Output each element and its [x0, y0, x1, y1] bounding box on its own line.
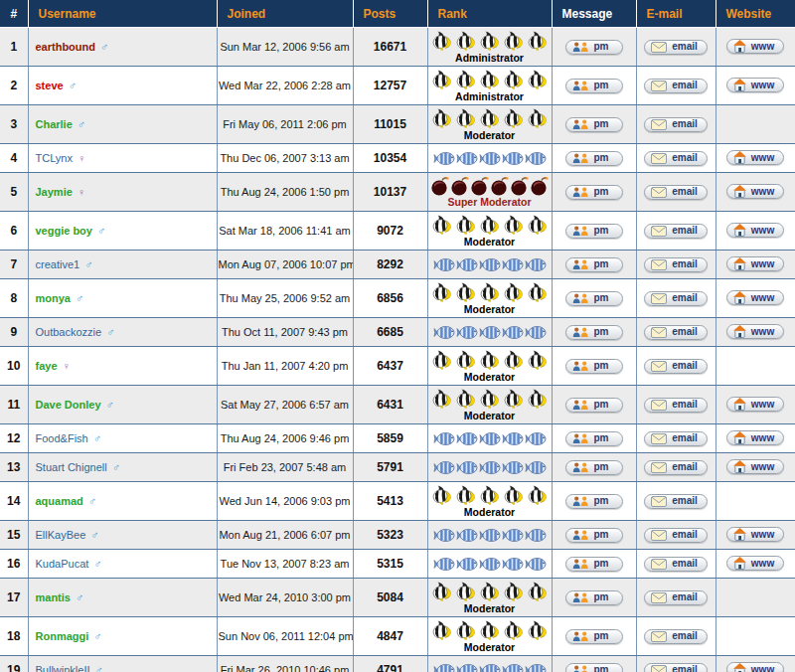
email-button[interactable]: email [644, 528, 708, 543]
email-button[interactable]: email [644, 359, 708, 374]
username-link[interactable]: veggie boy [36, 225, 92, 237]
www-button[interactable]: www [726, 39, 784, 54]
email-icon [651, 496, 667, 507]
pm-button[interactable]: pm [565, 224, 623, 239]
email-button[interactable]: email [644, 325, 708, 340]
email-button[interactable]: email [644, 151, 708, 166]
column-header-joined[interactable]: Joined [217, 0, 353, 28]
username-link[interactable]: Charlie [36, 118, 73, 130]
email-button[interactable]: email [644, 494, 708, 509]
pm-icon [572, 42, 589, 52]
username-link[interactable]: monya [36, 292, 71, 304]
username-link[interactable]: Stuart Chignell [36, 461, 107, 473]
www-button[interactable]: www [726, 459, 784, 474]
column-header-username[interactable]: Username [28, 0, 217, 28]
username-link[interactable]: Jaymie [36, 186, 73, 198]
pm-button[interactable]: pm [565, 40, 623, 55]
website-cell: www [716, 67, 795, 105]
angelfish-icon [478, 582, 501, 602]
email-cell: email [636, 617, 716, 656]
pm-button[interactable]: pm [565, 151, 623, 166]
email-button[interactable]: email [644, 79, 708, 93]
pm-button[interactable]: pm [565, 590, 623, 605]
username-link[interactable]: BullwinkleII [36, 664, 90, 672]
username-link[interactable]: Ronmaggi [36, 630, 89, 642]
pm-button[interactable]: pm [565, 79, 623, 93]
username-link[interactable]: EllKayBee [36, 529, 86, 541]
www-button[interactable]: www [726, 256, 784, 271]
male-icon: ♂ [93, 432, 101, 444]
pm-button[interactable]: pm [565, 359, 623, 374]
www-button[interactable]: www [726, 184, 784, 199]
username-link[interactable]: faye [36, 360, 58, 372]
username-link[interactable]: aquamad [36, 495, 83, 507]
angelfish-icon [430, 350, 453, 371]
rank-label: Moderator [464, 304, 515, 315]
pm-button[interactable]: pm [565, 557, 623, 572]
username-link[interactable]: Dave Donley [36, 399, 101, 411]
email-button[interactable]: email [644, 590, 708, 605]
pm-button[interactable]: pm [565, 117, 623, 132]
www-button[interactable]: www [726, 78, 784, 92]
www-button[interactable]: www [726, 324, 784, 339]
pm-button[interactable]: pm [565, 257, 623, 272]
pm-button[interactable]: pm [565, 431, 623, 446]
pm-button[interactable]: pm [565, 460, 623, 475]
username-link[interactable]: mantis [36, 591, 71, 603]
www-button[interactable]: www [726, 556, 784, 571]
username-link[interactable]: Outbackozzie [36, 326, 102, 338]
username-link[interactable]: earthbound [36, 41, 96, 53]
email-button[interactable]: email [644, 431, 708, 446]
pm-button[interactable]: pm [565, 494, 623, 509]
email-button[interactable]: email [644, 257, 708, 272]
pm-button[interactable]: pm [565, 325, 623, 340]
www-button[interactable]: www [726, 150, 784, 165]
www-button[interactable]: www [726, 223, 784, 238]
pm-button[interactable]: pm [565, 528, 623, 543]
username-cell: creative1♂ [28, 251, 217, 279]
username-link[interactable]: TCLynx [36, 152, 74, 164]
website-cell [716, 617, 795, 656]
pm-button[interactable]: pm [565, 629, 623, 644]
www-button[interactable]: www [726, 397, 784, 412]
www-button[interactable]: www [726, 290, 784, 305]
bomb-icon [530, 176, 549, 196]
email-button[interactable]: email [644, 40, 708, 55]
pm-button[interactable]: pm [565, 291, 623, 306]
www-button[interactable]: www [726, 430, 784, 445]
joined-date: Sat May 27, 2006 6:57 am [217, 386, 353, 424]
email-button[interactable]: email [644, 291, 708, 306]
username-link[interactable]: KudaPucat [36, 558, 89, 570]
column-header-rank[interactable]: Rank [427, 0, 552, 28]
rank-label: Moderator [464, 507, 515, 518]
email-button[interactable]: email [644, 460, 708, 475]
email-button[interactable]: email [644, 398, 708, 413]
email-button[interactable]: email [644, 117, 708, 132]
angelfish-icon [478, 31, 501, 52]
message-cell: pm [552, 424, 636, 453]
website-cell [716, 105, 795, 144]
email-button[interactable]: email [644, 629, 708, 644]
email-button-label: email [672, 226, 698, 236]
username-link[interactable]: Food&Fish [36, 432, 88, 444]
column-header-website[interactable]: Website [716, 0, 795, 28]
angelfish-icon [454, 108, 477, 129]
email-button[interactable]: email [644, 557, 708, 572]
www-button[interactable]: www [726, 527, 784, 542]
username-link[interactable]: creative1 [36, 258, 80, 270]
pm-button[interactable]: pm [565, 185, 623, 200]
website-cell [716, 579, 795, 617]
angelfish-icon [478, 70, 501, 90]
email-button[interactable]: email [644, 185, 708, 200]
row-number: 11 [0, 386, 28, 424]
column-header-email[interactable]: E-mail [636, 0, 716, 28]
email-button[interactable]: email [644, 224, 708, 239]
username-cell: Outbackozzie♂ [28, 318, 217, 347]
column-header-posts[interactable]: Posts [353, 0, 427, 28]
username-link[interactable]: steve [36, 80, 64, 91]
pm-button[interactable]: pm [565, 398, 623, 413]
pm-button[interactable]: pm [565, 663, 623, 672]
www-button[interactable]: www [726, 662, 784, 672]
email-button[interactable]: email [644, 663, 708, 672]
joined-date: Thu Dec 06, 2007 3:13 am [217, 144, 353, 173]
